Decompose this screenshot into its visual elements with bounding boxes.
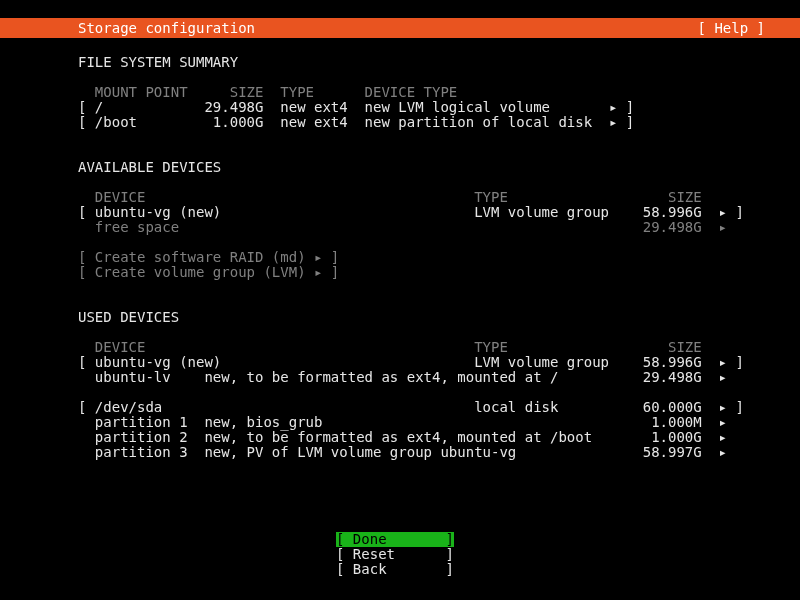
back-button[interactable]: [ Back ] (336, 562, 800, 577)
avail-row-ubuntu-vg[interactable]: [ ubuntu-vg (new) LVM volume group 58.99… (78, 205, 748, 220)
page-title: Storage configuration (78, 18, 255, 38)
avail-row-free-space[interactable]: free space 29.498G ▸ (78, 220, 748, 235)
create-software-raid-button[interactable]: [ Create software RAID (md) ▸ ] (78, 250, 748, 265)
header-bar: Storage configuration [ Help ] (0, 18, 800, 38)
used-row-dev-sda[interactable]: [ /dev/sda local disk 60.000G ▸ ] (78, 400, 748, 415)
avail-header: DEVICE TYPE SIZE (78, 190, 748, 205)
fss-header: MOUNT POINT SIZE TYPE DEVICE TYPE (78, 85, 748, 100)
used-row-ubuntu-lv[interactable]: ubuntu-lv new, to be formatted as ext4, … (78, 370, 748, 385)
help-button[interactable]: [ Help ] (698, 18, 765, 38)
used-row-partition-1[interactable]: partition 1 new, bios_grub 1.000M ▸ (78, 415, 748, 430)
section-available-devices: AVAILABLE DEVICES (78, 160, 748, 175)
fss-row-root[interactable]: [ / 29.498G new ext4 new LVM logical vol… (78, 100, 748, 115)
section-file-system-summary: FILE SYSTEM SUMMARY (78, 55, 748, 70)
footer-buttons: [ Done ] [ Reset ] [ Back ] (0, 532, 800, 577)
used-row-partition-2[interactable]: partition 2 new, to be formatted as ext4… (78, 430, 748, 445)
used-row-partition-3[interactable]: partition 3 new, PV of LVM volume group … (78, 445, 748, 460)
done-button[interactable]: [ Done ] (336, 532, 454, 547)
used-header: DEVICE TYPE SIZE (78, 340, 748, 355)
reset-button[interactable]: [ Reset ] (336, 547, 800, 562)
fss-row-boot[interactable]: [ /boot 1.000G new ext4 new partition of… (78, 115, 748, 130)
used-row-ubuntu-vg[interactable]: [ ubuntu-vg (new) LVM volume group 58.99… (78, 355, 748, 370)
create-volume-group-button[interactable]: [ Create volume group (LVM) ▸ ] (78, 265, 748, 280)
section-used-devices: USED DEVICES (78, 310, 748, 325)
main-content: FILE SYSTEM SUMMARY MOUNT POINT SIZE TYP… (78, 55, 748, 460)
